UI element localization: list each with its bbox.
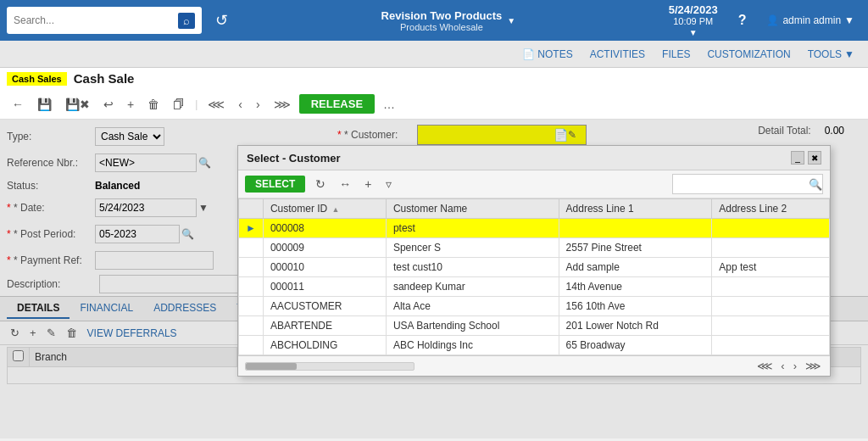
undo-button[interactable]: ↩	[98, 95, 119, 114]
last-button[interactable]: ⋙	[269, 95, 296, 114]
nav-tools[interactable]: TOOLS ▼	[801, 45, 861, 64]
customer-name-cell: Spencer S	[386, 238, 559, 258]
address2-cell: App test	[712, 258, 830, 277]
row-indicator	[239, 297, 264, 316]
modal-col-customer-id[interactable]: Customer ID ▲	[263, 199, 386, 219]
modal-controls: ⎯ ✖	[791, 151, 821, 165]
username-label: admin admin	[782, 14, 841, 26]
user-button[interactable]: 👤 admin admin ▼	[760, 11, 861, 30]
delete-button[interactable]: 🗑	[142, 95, 164, 114]
modal-next-btn[interactable]: ›	[791, 359, 799, 373]
sort-icon: ▲	[332, 205, 340, 214]
search-box: ⌕	[7, 7, 202, 34]
modal-table-row[interactable]: ABARTENDEUSA Bartending School201 Lower …	[239, 316, 830, 336]
customer-name-cell: ptest	[386, 219, 559, 238]
modal-refresh-btn[interactable]: ↻	[312, 176, 329, 193]
modal-add-btn[interactable]: +	[361, 176, 375, 193]
row-indicator	[239, 238, 264, 258]
breadcrumb-title: Cash Sale	[74, 71, 135, 86]
row-indicator	[239, 316, 264, 336]
help-button[interactable]: ?	[732, 9, 754, 31]
modal-scroll-thumb	[246, 363, 297, 370]
modal-table: Customer ID ▲ Customer Name Address Line…	[238, 198, 830, 355]
prev-button[interactable]: ‹	[233, 95, 248, 114]
modal-close-btn[interactable]: ✖	[808, 151, 821, 165]
add-button[interactable]: +	[122, 95, 139, 114]
breadcrumb-label: Cash Sales	[7, 72, 67, 86]
modal-col-address1[interactable]: Address Line 1	[559, 199, 712, 219]
modal-col-address2[interactable]: Address Line 2	[712, 199, 830, 219]
app-title-area: Revision Two Products Products Wholesale…	[242, 9, 655, 32]
app-chevron-icon[interactable]: ▼	[507, 16, 515, 25]
main-content: Type: Cash Sale Reference Nbr.: 🔍 Status…	[0, 120, 868, 438]
history-button[interactable]: ↺	[209, 8, 235, 33]
toolbar: ← 💾 💾✖ ↩ + 🗑 🗍 | ⋘ ‹ › ⋙ RELEASE …	[0, 89, 868, 120]
modal-table-row[interactable]: ►000008ptest	[239, 219, 830, 238]
breadcrumb-area: Cash Sales Cash Sale	[0, 68, 868, 89]
search-input[interactable]	[14, 14, 178, 26]
back-button[interactable]: ←	[7, 95, 29, 114]
modal-footer: ⋘ ‹ › ⋙	[238, 355, 830, 376]
address1-cell: 65 Broadway	[559, 336, 712, 355]
date-chevron-icon[interactable]: ▼	[689, 28, 698, 37]
customer-select-modal: Select - Customer ⎯ ✖ SELECT ↻ ↔ + ▿ 🔍	[237, 145, 831, 377]
nav-notes[interactable]: 📄 NOTES	[515, 45, 579, 64]
modal-fit-btn[interactable]: ↔	[336, 176, 354, 193]
nav-activities[interactable]: ACTIVITIES	[583, 45, 652, 64]
customer-id-cell: ABCHOLDING	[263, 336, 386, 355]
address2-cell	[712, 219, 830, 238]
modal-table-row[interactable]: ABCHOLDINGABC Holdings Inc65 Broadway	[239, 336, 830, 355]
customer-name-cell: USA Bartending School	[386, 316, 559, 336]
modal-minimize-btn[interactable]: ⎯	[791, 151, 804, 165]
modal-overlay: Select - Customer ⎯ ✖ SELECT ↻ ↔ + ▿ 🔍	[0, 120, 868, 438]
next-button[interactable]: ›	[251, 95, 265, 114]
time-display: 10:09 PM	[669, 16, 718, 26]
save-close-button[interactable]: 💾✖	[60, 95, 95, 114]
address1-cell: 156 10th Ave	[559, 297, 712, 316]
modal-table-row[interactable]: 000009Spencer S2557 Pine Street	[239, 238, 830, 258]
address2-cell	[712, 336, 830, 355]
modal-search-input[interactable]	[673, 175, 809, 193]
save-button[interactable]: 💾	[32, 95, 57, 114]
modal-horizontal-scroll[interactable]	[245, 362, 415, 371]
customer-name-cell: ABC Holdings Inc	[386, 336, 559, 355]
customer-name-cell: Alta Ace	[386, 297, 559, 316]
customer-id-cell: 000010	[263, 258, 386, 277]
address1-cell: Add sample	[559, 258, 712, 277]
search-button[interactable]: ⌕	[178, 13, 195, 29]
customer-name-cell: sandeep Kumar	[386, 277, 559, 297]
modal-prev-btn[interactable]: ‹	[778, 359, 787, 373]
modal-first-btn[interactable]: ⋘	[754, 359, 775, 373]
app-title: Revision Two Products	[381, 9, 503, 22]
user-icon: 👤	[766, 14, 779, 26]
modal-table-row[interactable]: 000010test cust10Add sampleApp test	[239, 258, 830, 277]
modal-select-button[interactable]: SELECT	[245, 176, 305, 193]
more-button[interactable]: …	[378, 95, 400, 114]
modal-last-btn[interactable]: ⋙	[803, 359, 823, 373]
first-button[interactable]: ⋘	[203, 95, 230, 114]
app-subtitle: Products Wholesale	[381, 22, 503, 32]
customer-id-cell: 000009	[263, 238, 386, 258]
modal-table-row[interactable]: AACUSTOMERAlta Ace156 10th Ave	[239, 297, 830, 316]
modal-col-customer-name[interactable]: Customer Name	[386, 199, 559, 219]
address2-cell	[712, 297, 830, 316]
address1-cell	[559, 219, 712, 238]
address2-cell	[712, 238, 830, 258]
copy-button[interactable]: 🗍	[168, 95, 190, 114]
modal-title: Select - Customer	[247, 152, 341, 165]
modal-header: Select - Customer ⎯ ✖	[238, 146, 830, 170]
row-indicator	[239, 258, 264, 277]
address1-cell: 201 Lower Notch Rd	[559, 316, 712, 336]
user-chevron-icon: ▼	[844, 14, 854, 26]
modal-table-row[interactable]: 000011sandeep Kumar14th Avenue	[239, 277, 830, 297]
modal-toolbar: SELECT ↻ ↔ + ▿ 🔍	[238, 170, 830, 198]
nav-files[interactable]: FILES	[655, 45, 697, 64]
modal-filter-btn[interactable]: ▿	[382, 176, 395, 193]
modal-nav: ⋘ ‹ › ⋙	[754, 359, 823, 373]
release-button[interactable]: RELEASE	[299, 94, 375, 114]
address1-cell: 2557 Pine Street	[559, 238, 712, 258]
nav-customization[interactable]: CUSTOMIZATION	[700, 45, 797, 64]
row-indicator: ►	[239, 219, 264, 238]
date-display: 5/24/2023	[669, 3, 718, 16]
modal-col-indicator	[239, 199, 264, 219]
